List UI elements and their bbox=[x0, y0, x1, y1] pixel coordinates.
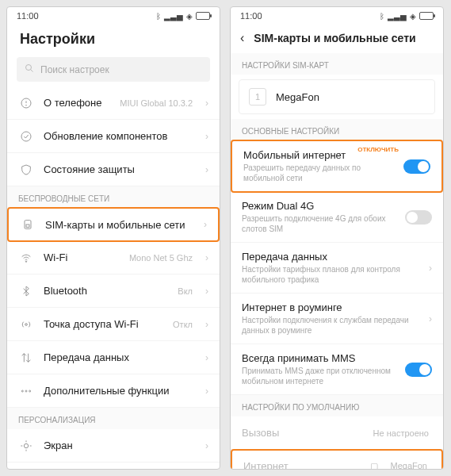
row-label: Вызовы bbox=[242, 427, 364, 439]
row-label: Режим Dual 4G bbox=[242, 200, 396, 212]
svg-point-10 bbox=[21, 390, 23, 392]
chevron-right-icon: › bbox=[205, 440, 208, 451]
chevron-right-icon: › bbox=[205, 319, 208, 330]
row-label: Обновление компонентов bbox=[44, 130, 196, 142]
svg-point-13 bbox=[24, 443, 28, 447]
row-label: Всегда принимать MMS bbox=[242, 352, 396, 364]
row-label: Передача данных bbox=[44, 351, 196, 363]
row-wallpaper[interactable]: Обои › bbox=[7, 463, 220, 469]
bluetooth-icon: ᛒ bbox=[380, 12, 384, 21]
status-time: 11:00 bbox=[17, 11, 39, 21]
screen-icon bbox=[18, 438, 34, 454]
row-mobile-data[interactable]: ОТКЛЮЧИТЬ Мобильный интернет Разрешить п… bbox=[231, 140, 443, 193]
svg-rect-7 bbox=[26, 225, 29, 227]
sim-card-item[interactable]: 1 MegaFon bbox=[239, 79, 435, 114]
row-label: О телефоне bbox=[44, 97, 110, 109]
row-about-phone[interactable]: О телефоне MIUI Global 10.3.2 › bbox=[7, 86, 220, 120]
section-default-settings: НАСТРОЙКИ ПО УМОЛЧАНИЮ bbox=[231, 395, 443, 416]
row-more-functions[interactable]: Дополнительные функции › bbox=[7, 374, 220, 408]
section-personalization: ПЕРСОНАЛИЗАЦИЯ bbox=[7, 408, 220, 429]
chevron-right-icon: › bbox=[205, 352, 208, 363]
section-wireless: БЕСПРОВОДНЫЕ СЕТИ bbox=[7, 186, 220, 208]
row-security-status[interactable]: Состояние защиты › bbox=[7, 153, 220, 186]
row-sublabel: Принимать MMS даже при отключенном мобил… bbox=[242, 366, 396, 386]
signal-icon: ▂▃▅ bbox=[164, 12, 183, 21]
row-label: Состояние защиты bbox=[44, 163, 196, 175]
row-label: Экран bbox=[44, 440, 196, 451]
bluetooth-icon: ᛒ bbox=[156, 12, 161, 21]
row-bluetooth[interactable]: Bluetooth Вкл › bbox=[7, 274, 220, 308]
status-icons: ᛒ ▂▃▅ ◈ bbox=[156, 12, 210, 21]
row-default-calls[interactable]: Вызовы Не настроено bbox=[231, 416, 443, 450]
row-label: Передача данных bbox=[242, 251, 419, 263]
more-icon bbox=[18, 383, 34, 399]
chevron-right-icon: › bbox=[205, 164, 208, 175]
row-sublabel: Настройки тарифных планов для контроля м… bbox=[242, 264, 419, 285]
chevron-right-icon: › bbox=[204, 219, 207, 230]
chevron-right-icon: › bbox=[205, 131, 208, 142]
row-hotspot[interactable]: Точка доступа Wi-Fi Откл › bbox=[7, 308, 220, 341]
svg-point-5 bbox=[21, 132, 31, 141]
row-label: Интернет bbox=[243, 460, 361, 470]
bluetooth-icon bbox=[18, 283, 34, 299]
page-title: SIM-карты и мобильные сети bbox=[254, 32, 415, 44]
wifi-icon: ◈ bbox=[186, 12, 193, 21]
settings-screen-left: 11:00 ᛒ ▂▃▅ ◈ Настройки Поиск настроек О… bbox=[6, 6, 220, 470]
signal-icon: ▂▃▅ bbox=[388, 12, 407, 21]
row-value: MIUI Global 10.3.2 bbox=[120, 98, 193, 108]
back-arrow-icon[interactable]: ‹ bbox=[240, 31, 244, 45]
disable-annotation: ОТКЛЮЧИТЬ bbox=[357, 146, 399, 153]
section-sim-settings: НАСТРОЙКИ SIM-КАРТ bbox=[231, 53, 443, 75]
row-update-components[interactable]: Обновление компонентов › bbox=[7, 120, 220, 153]
search-icon bbox=[25, 63, 34, 75]
row-sim-networks[interactable]: SIM-карты и мобильные сети › bbox=[7, 207, 220, 242]
wifi-icon: ◈ bbox=[410, 12, 416, 21]
mobile-data-toggle[interactable] bbox=[403, 159, 430, 174]
update-icon bbox=[18, 129, 34, 144]
row-label: Дополнительные функции bbox=[44, 385, 196, 397]
row-data-transfer[interactable]: Передача данных › bbox=[7, 341, 220, 374]
row-wifi[interactable]: Wi-Fi Mono Net 5 Ghz › bbox=[7, 241, 220, 274]
page-header: ‹ SIM-карты и мобильные сети bbox=[231, 25, 443, 53]
svg-point-9 bbox=[25, 323, 28, 325]
section-main-settings: ОСНОВНЫЕ НАСТРОЙКИ bbox=[231, 119, 443, 140]
sim-settings-screen-right: 11:00 ᛒ ▂▃▅ ◈ ‹ SIM-карты и мобильные се… bbox=[230, 6, 444, 470]
row-sublabel: Разрешить передачу данных по мобильной с… bbox=[243, 163, 394, 183]
page-title-wrap: Настройки bbox=[7, 25, 220, 57]
row-always-mms[interactable]: Всегда принимать MMS Принимать MMS даже … bbox=[231, 344, 443, 395]
data-icon bbox=[18, 350, 34, 366]
row-label: Bluetooth bbox=[44, 285, 168, 297]
status-bar: 11:00 ᛒ ▂▃▅ ◈ bbox=[231, 7, 443, 25]
row-value: Mono Net 5 Ghz bbox=[129, 253, 193, 263]
battery-icon bbox=[196, 12, 210, 20]
row-dual-4g[interactable]: Режим Dual 4G Разрешить подключение 4G д… bbox=[231, 192, 443, 243]
mms-toggle[interactable] bbox=[405, 363, 432, 377]
search-placeholder: Поиск настроек bbox=[40, 64, 109, 75]
search-input[interactable]: Поиск настроек bbox=[17, 57, 210, 82]
chevron-right-icon: › bbox=[205, 252, 208, 263]
sim-name: MegaFon bbox=[276, 91, 319, 103]
sim-icon bbox=[20, 217, 36, 232]
svg-point-8 bbox=[25, 261, 26, 262]
wifi-icon bbox=[18, 250, 34, 266]
svg-line-1 bbox=[31, 70, 33, 72]
shield-icon bbox=[18, 162, 34, 178]
svg-point-12 bbox=[29, 390, 31, 392]
row-label: Интернет в роуминге bbox=[242, 301, 419, 313]
row-screen[interactable]: Экран › bbox=[7, 429, 220, 463]
row-value: Откл bbox=[173, 320, 193, 329]
dual-4g-toggle[interactable] bbox=[405, 210, 432, 225]
row-default-internet[interactable]: Интернет ▢ MegaFon bbox=[231, 449, 443, 469]
sim-chip-icon: ▢ bbox=[370, 461, 378, 470]
svg-point-4 bbox=[26, 105, 27, 106]
row-data-usage[interactable]: Передача данных Настройки тарифных плано… bbox=[231, 243, 443, 294]
svg-point-11 bbox=[25, 390, 27, 392]
status-time: 11:00 bbox=[240, 11, 262, 21]
status-icons: ᛒ ▂▃▅ ◈ bbox=[380, 12, 434, 21]
row-roaming[interactable]: Интернет в роуминге Настройки подключени… bbox=[231, 294, 443, 344]
row-sublabel: Разрешить подключение 4G для обоих слото… bbox=[242, 213, 396, 234]
row-value: Вкл bbox=[178, 286, 193, 296]
hotspot-icon bbox=[18, 317, 34, 332]
row-label: SIM-карты и мобильные сети bbox=[45, 219, 194, 231]
chevron-right-icon: › bbox=[205, 98, 208, 109]
